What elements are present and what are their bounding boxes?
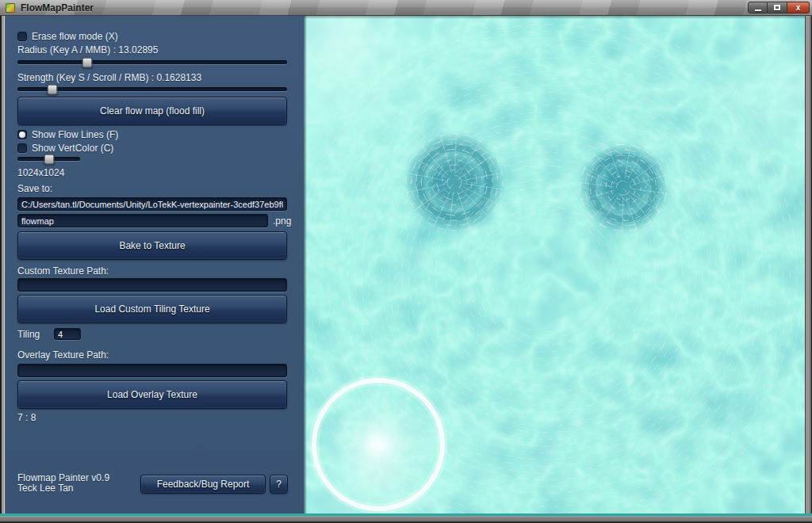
clear-flow-map-label: Clear flow map (flood fill) bbox=[100, 105, 205, 116]
help-icon: ? bbox=[276, 479, 282, 490]
close-icon: x bbox=[796, 4, 801, 12]
save-to-label: Save to: bbox=[17, 183, 52, 194]
resolution-label: 1024x1024 bbox=[17, 167, 64, 178]
bake-to-texture-label: Bake to Texture bbox=[119, 240, 185, 251]
ratio-label: 7 : 8 bbox=[17, 412, 36, 423]
radius-label: Radius (Key A / MMB) : 13.02895 bbox=[17, 44, 158, 55]
show-flow-lines-label: Show Flow Lines (F) bbox=[32, 129, 118, 140]
brush-cursor bbox=[314, 380, 442, 509]
maximize-icon bbox=[774, 5, 780, 10]
strength-slider-track[interactable] bbox=[17, 87, 287, 91]
strength-label: Strength (Key S / Scroll / RMB) : 0.1628… bbox=[17, 72, 201, 83]
help-button[interactable]: ? bbox=[270, 475, 288, 494]
overlay-texture-path-label: Overlay Texture Path: bbox=[17, 349, 109, 361]
minimize-button[interactable] bbox=[748, 2, 768, 13]
erase-flow-mode-label: Erase flow mode (X) bbox=[32, 31, 118, 42]
radius-slider-handle[interactable] bbox=[82, 57, 93, 67]
window-frame-left bbox=[0, 16, 6, 513]
window-title: FlowMapPainter bbox=[21, 0, 94, 16]
load-overlay-texture-button[interactable]: Load Overlay Texture bbox=[17, 380, 287, 409]
credits-text: Flowmap Painter v0.9 Teck Lee Tan bbox=[17, 473, 109, 494]
resolution-slider[interactable] bbox=[17, 154, 80, 164]
radius-slider[interactable] bbox=[17, 57, 287, 67]
tool-sidebar: Erase flow mode (X) Radius (Key A / MMB)… bbox=[6, 16, 304, 513]
load-custom-tiling-texture-button[interactable]: Load Custom Tiling Texture bbox=[17, 295, 287, 323]
maximize-button[interactable] bbox=[768, 2, 787, 13]
tiling-label: Tiling bbox=[17, 329, 40, 340]
strength-slider[interactable] bbox=[17, 84, 287, 94]
filename-input[interactable] bbox=[17, 214, 268, 227]
show-flow-lines-checkbox[interactable] bbox=[17, 130, 27, 139]
show-vertcolor-checkbox[interactable] bbox=[17, 143, 27, 153]
show-vertcolor-label: Show VertColor (C) bbox=[32, 143, 113, 154]
bake-to-texture-button[interactable]: Bake to Texture bbox=[17, 231, 287, 260]
erase-flow-mode-checkbox[interactable] bbox=[17, 32, 27, 41]
window-frame-bottom bbox=[0, 513, 812, 523]
radius-slider-track[interactable] bbox=[17, 60, 287, 64]
app-icon bbox=[6, 3, 15, 13]
credits-line2: Teck Lee Tan bbox=[17, 483, 109, 494]
load-custom-tiling-texture-label: Load Custom Tiling Texture bbox=[94, 303, 209, 315]
custom-texture-path-input[interactable] bbox=[17, 278, 287, 292]
title-bar[interactable]: FlowMapPainter x bbox=[0, 0, 812, 16]
save-path-input[interactable] bbox=[17, 197, 287, 211]
strength-slider-handle[interactable] bbox=[48, 84, 58, 94]
feedback-bug-report-label: Feedback/Bug Report bbox=[157, 479, 250, 490]
tiling-input[interactable] bbox=[54, 328, 81, 340]
paint-canvas[interactable] bbox=[304, 16, 805, 513]
close-button[interactable]: x bbox=[787, 2, 810, 13]
custom-texture-path-label: Custom Texture Path: bbox=[17, 265, 109, 277]
window-controls: x bbox=[748, 2, 810, 13]
water-texture bbox=[304, 16, 805, 513]
app-window: FlowMapPainter x Erase flow mode (X) Rad… bbox=[0, 0, 812, 523]
minimize-icon bbox=[755, 10, 761, 11]
window-frame-right bbox=[805, 16, 812, 513]
overlay-texture-path-input[interactable] bbox=[17, 364, 287, 377]
load-overlay-texture-label: Load Overlay Texture bbox=[107, 389, 197, 400]
resolution-slider-handle[interactable] bbox=[44, 154, 55, 164]
clear-flow-map-button[interactable]: Clear flow map (flood fill) bbox=[17, 97, 287, 125]
extension-label: .png bbox=[273, 216, 291, 227]
feedback-bug-report-button[interactable]: Feedback/Bug Report bbox=[140, 475, 266, 494]
